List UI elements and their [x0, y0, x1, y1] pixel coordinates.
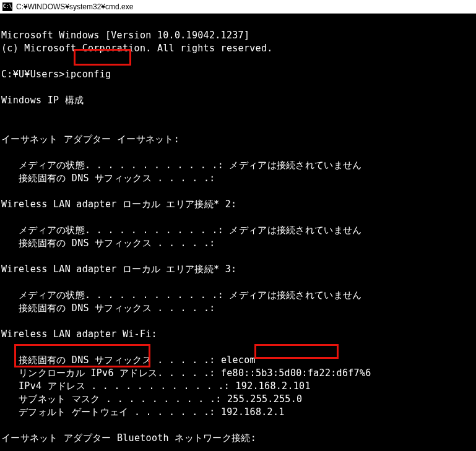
row-label: 接続固有の DNS サフィックス . . . . .: [19, 354, 215, 366]
row-value: メディアは接続されていません [229, 290, 361, 301]
ip-config-header: Windows IP 構成 [1, 95, 84, 106]
adapter-title: Wireless LAN adapter ローカル エリア接続* 2: [1, 199, 236, 210]
row-label: 接続固有の DNS サフィックス . . . . .: [19, 173, 215, 184]
adapter-title: Wireless LAN adapter Wi-Fi: [1, 329, 157, 340]
terminal-output[interactable]: Microsoft Windows [Version 10.0.19042.12… [0, 14, 476, 451]
highlight-ipv4-value [254, 344, 339, 359]
adapter-title: Wireless LAN adapter ローカル エリア接続* 3: [1, 264, 236, 275]
row-value: elecom [221, 354, 256, 366]
row-value: メディアは接続されていません [229, 160, 361, 171]
row-label: デフォルト ゲートウェイ . . . . . . .: [19, 406, 215, 418]
prompt-path: C:¥U¥Users> [1, 69, 65, 80]
window-titlebar[interactable]: C:\ C:¥WINDOWS¥system32¥cmd.exe [0, 0, 476, 14]
row-label: 接続固有の DNS サフィックス . . . . .: [19, 238, 215, 249]
row-label: メディアの状態. . . . . . . . . . . .: [19, 290, 223, 301]
row-label: IPv4 アドレス . . . . . . . . . . . .: [19, 380, 230, 392]
row-value: fe80::5b3:5d00:fa22:d6f7%6 [221, 367, 371, 379]
row-label: リンクローカル IPv6 アドレス. . . . .: [19, 367, 215, 379]
cmd-icon: C:\ [2, 2, 12, 11]
row-value: 255.255.255.0 [227, 393, 302, 405]
prompt-command: ipconfig [65, 69, 111, 80]
row-label: メディアの状態. . . . . . . . . . . .: [19, 160, 223, 171]
row-label: サブネット マスク . . . . . . . . . .: [19, 393, 222, 405]
row-label: 接続固有の DNS サフィックス . . . . .: [19, 303, 215, 314]
row-value: 192.168.2.101 [235, 380, 310, 392]
adapter-title: イーサネット アダプター イーサネット: [1, 134, 180, 145]
version-line: Microsoft Windows [Version 10.0.19042.12… [1, 30, 249, 41]
row-value: 192.168.2.1 [221, 406, 285, 418]
adapter-title: イーサネット アダプター Bluetooth ネットワーク接続: [1, 432, 256, 444]
row-label: メディアの状態. . . . . . . . . . . .: [19, 225, 223, 236]
window-title: C:¥WINDOWS¥system32¥cmd.exe [16, 2, 133, 11]
copyright-line: (c) Microsoft Corporation. All rights re… [1, 43, 273, 54]
row-value: メディアは接続されていません [229, 225, 361, 236]
